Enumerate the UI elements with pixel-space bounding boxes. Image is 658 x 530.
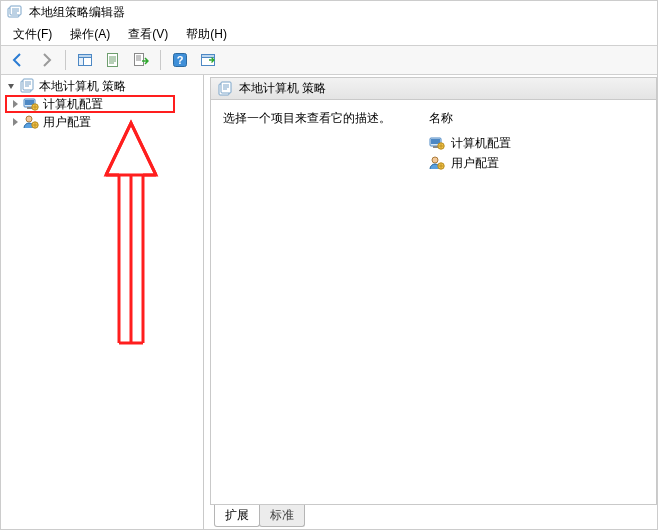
- tab-standard[interactable]: 标准: [259, 505, 305, 527]
- content-header: 本地计算机 策略: [211, 78, 656, 100]
- menu-view[interactable]: 查看(V): [120, 24, 176, 45]
- content-body: 选择一个项目来查看它的描述。 名称: [211, 100, 656, 504]
- computer-config-icon: [429, 135, 445, 151]
- annotation-arrow: [96, 115, 166, 345]
- expand-icon[interactable]: [5, 80, 17, 92]
- svg-rect-15: [27, 107, 32, 109]
- list-item-computer-config[interactable]: 计算机配置: [429, 133, 644, 153]
- menu-action[interactable]: 操作(A): [62, 24, 118, 45]
- menu-file[interactable]: 文件(F): [5, 24, 60, 45]
- app-title: 本地组策略编辑器: [29, 4, 125, 21]
- expand-icon[interactable]: [9, 116, 21, 128]
- list-column: 名称 计算机配置: [429, 110, 644, 173]
- svg-text:?: ?: [177, 54, 184, 66]
- list-header-name: 名称: [429, 110, 644, 127]
- description-text: 选择一个项目来查看它的描述。: [223, 111, 391, 125]
- list-item-label: 计算机配置: [451, 135, 511, 152]
- computer-config-icon: [23, 96, 39, 112]
- expand-icon[interactable]: [9, 98, 21, 110]
- svg-point-25: [432, 157, 438, 163]
- tree-root[interactable]: 本地计算机 策略: [1, 77, 203, 95]
- back-button[interactable]: [7, 49, 29, 71]
- svg-rect-23: [433, 146, 438, 148]
- app-icon: [7, 4, 23, 20]
- tree: 本地计算机 策略 计算机配: [1, 75, 203, 133]
- titlebar: 本地组策略编辑器: [1, 1, 657, 23]
- export-list-button[interactable]: [130, 49, 152, 71]
- toolbar: ?: [1, 45, 657, 75]
- tabs-strip: 扩展 标准: [210, 505, 657, 527]
- menubar: 文件(F) 操作(A) 查看(V) 帮助(H): [1, 23, 657, 45]
- list-item-label: 用户配置: [451, 155, 499, 172]
- menu-help[interactable]: 帮助(H): [178, 24, 235, 45]
- description-column: 选择一个项目来查看它的描述。: [223, 110, 413, 127]
- content-inner: 本地计算机 策略 选择一个项目来查看它的描述。 名称: [210, 77, 657, 505]
- content-header-title: 本地计算机 策略: [239, 80, 326, 97]
- tab-extended[interactable]: 扩展: [214, 505, 260, 527]
- list-item-user-config[interactable]: 用户配置: [429, 153, 644, 173]
- tree-item-user-config[interactable]: 用户配置: [1, 113, 203, 131]
- tree-root-label: 本地计算机 策略: [37, 78, 128, 95]
- tree-pane: 本地计算机 策略 计算机配: [1, 75, 204, 529]
- show-hide-tree-button[interactable]: [74, 49, 96, 71]
- svg-rect-5: [108, 54, 118, 67]
- tree-item-label: 用户配置: [41, 114, 93, 131]
- main-body: 本地计算机 策略 计算机配: [1, 75, 657, 529]
- svg-rect-4: [79, 58, 84, 66]
- content-pane: 本地计算机 策略 选择一个项目来查看它的描述。 名称: [204, 75, 657, 529]
- toolbar-separator: [160, 50, 161, 70]
- app-window: 本地组策略编辑器 文件(F) 操作(A) 查看(V) 帮助(H): [0, 0, 658, 530]
- toolbar-separator: [65, 50, 66, 70]
- help-button[interactable]: ?: [169, 49, 191, 71]
- properties-button[interactable]: [102, 49, 124, 71]
- tree-item-label: 计算机配置: [41, 96, 105, 113]
- svg-rect-10: [202, 55, 215, 58]
- user-config-icon: [23, 114, 39, 130]
- forward-button[interactable]: [35, 49, 57, 71]
- filter-button[interactable]: [197, 49, 219, 71]
- tree-item-computer-config[interactable]: 计算机配置: [1, 95, 203, 113]
- svg-point-17: [26, 116, 32, 122]
- policy-icon: [217, 81, 233, 97]
- user-config-icon: [429, 155, 445, 171]
- policy-icon: [19, 78, 35, 94]
